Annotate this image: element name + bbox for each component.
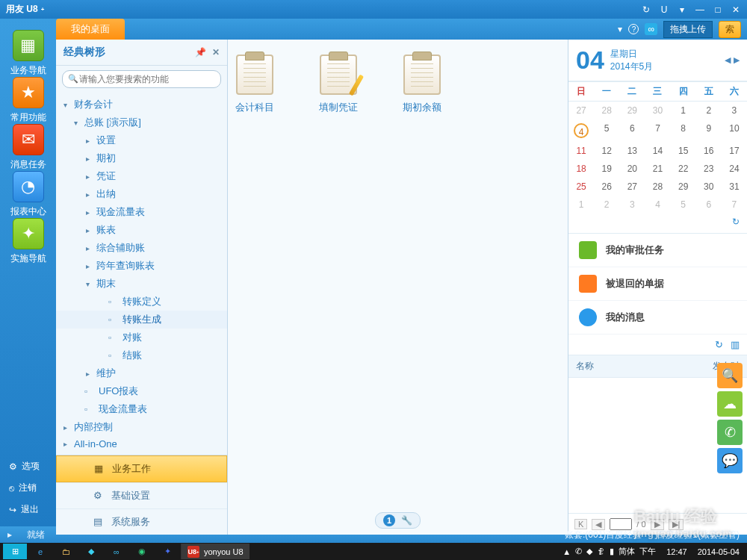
- tree-footer-item[interactable]: ▤系统服务: [56, 508, 227, 535]
- start-button[interactable]: ⊞: [3, 544, 27, 559]
- cal-day[interactable]: 23: [696, 160, 722, 178]
- cal-day[interactable]: 14: [645, 142, 670, 160]
- pin-icon[interactable]: 📌: [195, 47, 206, 57]
- cal-day[interactable]: 26: [594, 178, 619, 196]
- tree-node[interactable]: ▸设置: [56, 131, 227, 149]
- tb-app2-icon[interactable]: ∞: [105, 544, 128, 559]
- tab-dropdown-icon[interactable]: ▾: [618, 24, 622, 34]
- cal-day[interactable]: 2: [594, 196, 619, 214]
- float-msg-icon[interactable]: 💬: [717, 448, 743, 473]
- rail-item[interactable]: ▦业务导航: [10, 30, 46, 77]
- cal-day[interactable]: 15: [671, 142, 696, 160]
- tree-node[interactable]: ▾期末: [56, 275, 227, 293]
- cal-day[interactable]: 5: [594, 119, 619, 142]
- cal-day[interactable]: 3: [722, 102, 747, 119]
- float-search-icon[interactable]: 🔍: [717, 363, 743, 388]
- cal-next-icon[interactable]: ▶: [734, 55, 740, 65]
- search-button[interactable]: 索: [719, 21, 741, 38]
- tb-app-yonyou[interactable]: U8+ yonyou U8: [181, 544, 249, 559]
- tree-node[interactable]: ▸出纳: [56, 185, 227, 203]
- cal-day[interactable]: 12: [594, 142, 619, 160]
- task-item[interactable]: 我的审批任务: [568, 234, 747, 267]
- cal-refresh-icon[interactable]: ↻: [732, 217, 740, 227]
- cal-day[interactable]: 18: [568, 160, 594, 178]
- tray-icons[interactable]: ▲✆◆🕏▮ 简体 下午: [558, 546, 660, 557]
- tree-node[interactable]: ▫结账: [56, 346, 227, 364]
- tb-app1-icon[interactable]: ◆: [79, 544, 103, 559]
- float-cloud-icon[interactable]: ☁: [717, 391, 743, 417]
- cal-day[interactable]: 30: [645, 102, 670, 119]
- upload-box[interactable]: 拖拽上传: [663, 21, 713, 38]
- cal-day[interactable]: 30: [696, 178, 722, 196]
- rail-bottom-item[interactable]: ⚙选项: [6, 455, 50, 477]
- cal-day[interactable]: 11: [568, 142, 594, 160]
- cal-day[interactable]: 17: [722, 142, 747, 160]
- tree-node[interactable]: ▾财务会计: [56, 96, 227, 113]
- tree-node[interactable]: ▸维护: [56, 364, 227, 382]
- tree-node[interactable]: ▾总账 [演示版]: [56, 113, 227, 131]
- cal-day[interactable]: 10: [722, 119, 747, 142]
- task-item[interactable]: 我的消息: [568, 301, 747, 335]
- cal-day[interactable]: 27: [568, 102, 594, 119]
- rail-item[interactable]: ◔报表中心: [10, 171, 46, 218]
- refresh-icon[interactable]: ↻: [641, 4, 651, 15]
- tree-node[interactable]: ▸跨年查询账表: [56, 257, 227, 275]
- tb-app3-icon[interactable]: ◉: [130, 544, 154, 559]
- cal-day[interactable]: 16: [696, 142, 722, 160]
- tb-folder-icon[interactable]: 🗀: [54, 544, 78, 559]
- cal-day[interactable]: 9: [696, 119, 722, 142]
- minimize-icon[interactable]: —: [695, 4, 705, 15]
- u-icon[interactable]: U: [659, 4, 669, 15]
- desktop-pager[interactable]: 1 🔧: [375, 512, 421, 529]
- cal-prev-icon[interactable]: ◀: [725, 55, 731, 65]
- tree-node[interactable]: ▫对账: [56, 329, 227, 346]
- tb-ie-icon[interactable]: e: [28, 544, 52, 559]
- rp-refresh-icon[interactable]: ↻: [715, 339, 723, 350]
- cal-day[interactable]: 7: [722, 196, 747, 214]
- cal-day[interactable]: 25: [568, 178, 594, 196]
- tree-node[interactable]: ▸综合辅助账: [56, 239, 227, 257]
- cal-day[interactable]: 19: [594, 160, 619, 178]
- tree-node[interactable]: ▸期初: [56, 149, 227, 167]
- cal-day[interactable]: 1: [671, 102, 696, 119]
- cal-day[interactable]: 5: [671, 196, 696, 214]
- cal-day[interactable]: 20: [619, 160, 645, 178]
- tree-close-icon[interactable]: ✕: [212, 47, 220, 57]
- link-icon[interactable]: ∞: [645, 23, 657, 35]
- rail-item[interactable]: ★常用功能: [10, 77, 46, 124]
- float-chat-icon[interactable]: ✆: [717, 420, 743, 445]
- rail-bottom-item[interactable]: ↪退出: [6, 499, 50, 520]
- task-item[interactable]: 被退回的单据: [568, 267, 747, 301]
- status-expand-icon[interactable]: ▸: [7, 529, 12, 540]
- tree-node[interactable]: ▫转账生成: [56, 311, 227, 329]
- cal-day[interactable]: 6: [619, 119, 645, 142]
- help-icon[interactable]: ?: [628, 24, 639, 34]
- cal-day[interactable]: 28: [645, 178, 670, 196]
- cal-day[interactable]: 4: [568, 119, 594, 142]
- desktop-shortcut[interactable]: 填制凭证: [319, 55, 358, 114]
- tree-search-input[interactable]: [62, 70, 221, 88]
- tree-node[interactable]: ▸内部控制: [56, 418, 227, 436]
- tree-node[interactable]: ▫现金流量表: [56, 400, 227, 418]
- cal-day[interactable]: 21: [645, 160, 670, 178]
- dropdown-icon[interactable]: ▾: [677, 4, 687, 15]
- tree-footer-item[interactable]: ⚙基础设置: [56, 482, 227, 508]
- tb-app4-icon[interactable]: ✦: [155, 544, 179, 559]
- tree-node[interactable]: ▸现金流量表: [56, 203, 227, 221]
- cal-day[interactable]: 29: [619, 102, 645, 119]
- desktop-shortcut[interactable]: 期初余额: [403, 55, 441, 114]
- pager-settings-icon[interactable]: 🔧: [401, 515, 412, 526]
- cal-day[interactable]: 27: [619, 178, 645, 196]
- rail-item[interactable]: ✦实施导航: [10, 218, 46, 265]
- cal-day[interactable]: 28: [594, 102, 619, 119]
- cal-day[interactable]: 8: [671, 119, 696, 142]
- maximize-icon[interactable]: □: [713, 4, 723, 15]
- cal-day[interactable]: 6: [696, 196, 722, 214]
- cal-day[interactable]: 7: [645, 119, 670, 142]
- cal-day[interactable]: 13: [619, 142, 645, 160]
- tree-node[interactable]: ▸凭证: [56, 167, 227, 185]
- rp-book-icon[interactable]: ▥: [731, 339, 740, 350]
- cal-day[interactable]: 24: [722, 160, 747, 178]
- rail-item[interactable]: ✉消息任务: [10, 124, 46, 171]
- cal-day[interactable]: 29: [671, 178, 696, 196]
